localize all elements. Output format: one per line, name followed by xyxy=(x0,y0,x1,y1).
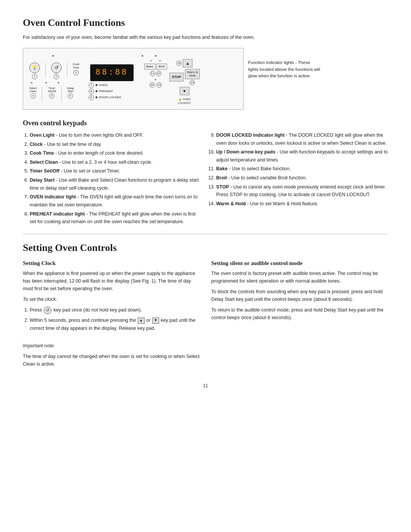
keypads-section: Oven Light - Use to turn the oven lights… xyxy=(23,131,388,227)
warm-hold-button[interactable]: Warm &Hold xyxy=(185,69,200,79)
keypad-item-5: Timer Set/Off - Use to set or cancel Tim… xyxy=(30,167,202,175)
divider xyxy=(67,62,67,78)
keypad-item-11: Bake - Use to select Bake function. xyxy=(216,165,388,173)
keypad-oven-light[interactable]: 💡 1 xyxy=(29,62,40,79)
keypad-item-12: Broil - Use to select variable Broil fun… xyxy=(216,174,388,182)
oven-diagram-area: ● ● ● 💡 1 ↺ 2 xyxy=(23,48,388,110)
keypad-timer[interactable]: TimerSet/Off 5 xyxy=(48,87,56,99)
keypad-item-4: Select Clean - Use to set a 2, 3 or 4 ho… xyxy=(30,158,202,166)
to-set-label: To set the clock: xyxy=(23,296,200,303)
keypad-2-number: 2 xyxy=(54,74,59,79)
keypad-delay-start[interactable]: DelayStart 6 xyxy=(67,87,74,99)
middle-section: 88:88 7 OVEN 8 PREHEAT 9 xyxy=(86,64,137,100)
indicator-oven: 7 OVEN xyxy=(89,83,121,88)
keypads-list-left: Oven Light - Use to turn the oven lights… xyxy=(23,131,202,226)
down-arrow-button[interactable]: ▼ xyxy=(180,87,190,95)
right-controls: ● ● Bake Broil 11 12 ● 10 xyxy=(144,59,200,105)
broil-label[interactable]: Broil xyxy=(156,64,167,70)
keypad-item-2: Clock - Use to set the time of day. xyxy=(30,141,202,149)
down-arrow-inline[interactable]: ▼ xyxy=(152,318,159,324)
setting-controls-area: Setting Clock When the appliance is firs… xyxy=(23,259,388,371)
warm-block: Warm &Hold 14 xyxy=(185,69,200,85)
indicator-9-circle: 9 xyxy=(89,95,94,100)
keypad-item-14: Warm & Hold - Use to set Warm & Hold fea… xyxy=(216,200,388,208)
oven-dot xyxy=(96,84,97,86)
setting-silent-section: Setting silent or audible control mode T… xyxy=(211,259,388,371)
keypads-left-col: Oven Light - Use to turn the oven lights… xyxy=(23,131,202,227)
setting-silent-para2: To block the controls from sounding when… xyxy=(211,288,388,303)
keypad-select-clean[interactable]: SelectClean 4 xyxy=(29,87,37,99)
circle-13: 13 xyxy=(156,82,162,88)
keypad-5-number: 5 xyxy=(49,93,54,99)
stop-block: STOP Warm &Hold 14 xyxy=(169,69,200,85)
up-arrow-inline[interactable]: ▲ xyxy=(138,318,145,324)
up-arrow-button[interactable]: ▲ xyxy=(183,59,193,67)
arrow-stop-warm-block: 10 ▲ STOP Warm &Hold 14 ▼ xyxy=(169,59,200,105)
clock-step-2: Within 5 seconds, press and continue pre… xyxy=(30,316,200,332)
keypad-item-1: Oven Light - Use to turn the oven lights… xyxy=(30,131,202,139)
keypad-item-3: Cook Time - Use to enter length of cook … xyxy=(30,149,202,157)
oven-panel-inner: 💡 1 ↺ 2 CookTime 3 xyxy=(29,59,237,105)
bake-broil-labels: Bake Broil xyxy=(144,64,167,70)
circle-10-top: 10 xyxy=(150,82,155,88)
oven-keypads-heading: Oven control keypads xyxy=(23,118,388,128)
clock-step-1: Press ↺ key pad once (do not hold key pa… xyxy=(30,306,200,314)
indicator-8-circle: 8 xyxy=(89,89,94,94)
indicator-7-circle: 7 xyxy=(89,83,94,88)
circle-12: 12 xyxy=(156,71,161,76)
down-arrow-block: ▼ xyxy=(180,87,190,95)
intro-text: For satisfactory use of your oven, becom… xyxy=(23,34,388,41)
door-locked-label: DOOR LOCKED xyxy=(99,95,121,100)
important-note-text: The time of day cannot be changed when t… xyxy=(23,353,200,368)
section-divider xyxy=(23,234,388,234)
keypad-item-13: STOP - Use to cancel any oven mode previ… xyxy=(216,183,388,199)
keypad-item-9: DOOR LOCKED indicator light - The DOOR L… xyxy=(216,131,388,147)
indicators: 7 OVEN 8 PREHEAT 9 DOOR LOCKED xyxy=(89,83,121,100)
keypads-list-right: DOOR LOCKED indicator light - The DOOR L… xyxy=(209,131,388,208)
left-keypads: 💡 1 ↺ 2 CookTime 3 xyxy=(29,62,80,102)
function-indicator-callout: Function indicator lights - These lights… xyxy=(248,48,320,80)
keypad-item-7: OVEN indicator light - The OVEN light wi… xyxy=(30,193,202,209)
keypad-item-10: Up / Down arrow key pads - Use with func… xyxy=(216,148,388,164)
setting-clock-para1: When the appliance is first powered up o… xyxy=(23,270,200,292)
keypad-1-number: 1 xyxy=(32,74,37,79)
circle-11: 11 xyxy=(150,71,155,76)
bake-label[interactable]: Bake xyxy=(144,64,156,70)
keypad-clock[interactable]: ↺ 2 xyxy=(51,62,62,79)
stop-button[interactable]: STOP xyxy=(169,73,184,82)
clock-steps-list: Press ↺ key pad once (do not hold key pa… xyxy=(23,306,200,332)
clock-keypad-icon[interactable]: ↺ xyxy=(44,307,51,314)
indicator-door-locked: 9 DOOR LOCKED xyxy=(89,95,121,100)
important-note-label: Important note: xyxy=(23,342,200,350)
stop-row: 10 13 xyxy=(150,82,162,88)
up-arrow-block: 10 ▲ xyxy=(176,59,193,67)
door-locked-dot xyxy=(96,96,97,98)
oven-label: OVEN xyxy=(99,83,108,88)
divider xyxy=(42,87,42,102)
oven-panel: ● ● ● 💡 1 ↺ 2 xyxy=(23,48,244,110)
setting-clock-heading: Setting Clock xyxy=(23,259,200,268)
indicator-preheat: 8 PREHEAT xyxy=(89,89,121,94)
setting-clock-section: Setting Clock When the appliance is firs… xyxy=(23,259,200,371)
keypad-4-number: 4 xyxy=(30,93,36,99)
setting-silent-para3: To return to the audible control mode, p… xyxy=(211,306,388,321)
keypads-row-2: SelectClean 4 TimerSet/Off 5 DelayStart … xyxy=(29,87,80,102)
function-indicator-text: Function indicator lights - These lights… xyxy=(248,59,320,80)
keypad-item-8: PREHEAT indicator light - The PREHEAT li… xyxy=(30,210,202,226)
clock-icon[interactable]: ↺ xyxy=(51,62,62,73)
bake-broil-block: ● ● Bake Broil 11 12 ● 10 xyxy=(144,59,167,88)
setting-oven-controls-heading: Setting Oven Controls xyxy=(23,240,388,255)
keypads-row-1: 💡 1 ↺ 2 CookTime 3 xyxy=(29,62,80,79)
setting-silent-heading: Setting silent or audible control mode xyxy=(211,259,388,268)
keypad-6-number: 6 xyxy=(68,93,73,99)
keypad-cook-time[interactable]: CookTime 3 xyxy=(73,62,80,75)
circle-10-up: 10 xyxy=(176,61,182,66)
oven-lockout-label: 🔒 OVENLOCKOUT xyxy=(178,97,191,105)
oven-light-icon[interactable]: 💡 xyxy=(29,62,40,73)
preheat-label: PREHEAT xyxy=(99,89,113,94)
oven-display: 88:88 xyxy=(90,64,134,81)
divider xyxy=(61,87,62,102)
page-number: 11 xyxy=(23,382,388,389)
page-title: Oven Control Functions xyxy=(23,15,388,30)
setting-silent-para1: The oven control is factory preset with … xyxy=(211,270,388,285)
